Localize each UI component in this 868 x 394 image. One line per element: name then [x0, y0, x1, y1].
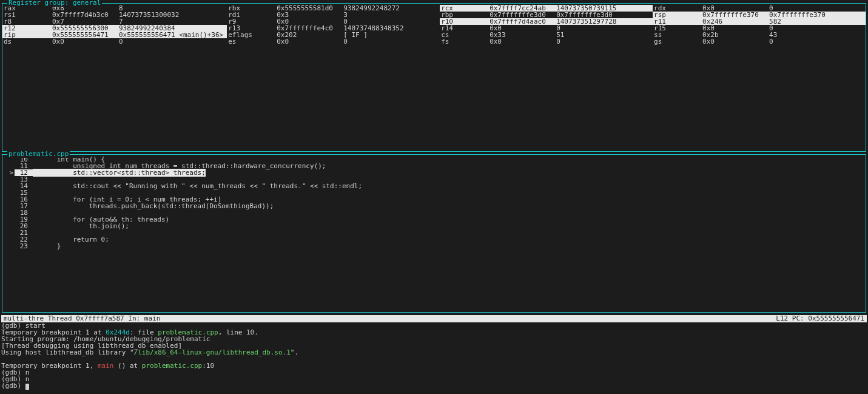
register-rbx: rbx0x5555555581d093824992248272 — [227, 5, 440, 12]
registers-grid: rax0x88rbx0x5555555581d093824992248272rc… — [2, 4, 866, 45]
source-line: 21 — [2, 229, 866, 236]
source-line: 23 } — [2, 243, 866, 250]
register-fs: fs0x00 — [440, 38, 653, 45]
register-es: es0x00 — [227, 38, 440, 45]
source-line: >12 std::vector<std::thread> threads; — [2, 169, 866, 176]
source-line: 22 return 0; — [2, 236, 866, 243]
register-r10: r100x7ffff7d4aac0140737351297728 — [440, 18, 653, 25]
register-rbp: rbp0x7fffffffe3d00x7fffffffe3d0 — [440, 12, 653, 18]
registers-title: Register group: general — [7, 0, 102, 7]
source-line: 14 std::cout << "Running with " << num_t… — [2, 183, 866, 189]
register-ss: ss0x2b43 — [653, 32, 866, 38]
source-panel: problematic.cpp 10 int main() {11 unsign… — [2, 154, 866, 313]
register-rsi: rsi0x7ffff7d4b3c0140737351300032 — [2, 12, 227, 18]
register-rsp: rsp0x7fffffffe3700x7fffffffe370 — [653, 12, 866, 18]
status-right: L12 PC: 0x555555556471 — [776, 315, 864, 322]
register-ds: ds0x00 — [2, 38, 227, 45]
console-line: (gdb) n — [1, 369, 867, 376]
gdb-console[interactable]: (gdb) startTemporary breakpoint 1 at 0x2… — [1, 322, 867, 389]
source-line: 19 for (auto&& th: threads) — [2, 216, 866, 223]
source-line: 17 threads.push_back(std::thread(DoSomth… — [2, 203, 866, 209]
register-r8: r80x77 — [2, 18, 227, 25]
register-r11: r110x246582 — [653, 18, 866, 25]
cursor — [25, 384, 29, 390]
console-line: (gdb) — [1, 382, 867, 389]
console-line: Temporary breakpoint 1, main () at probl… — [1, 362, 867, 369]
register-r13: r130x7fffffffe4c0140737488348352 — [227, 25, 440, 32]
register-rip: rip0x5555555564710x555555556471 <main()+… — [2, 32, 227, 38]
register-r9: r90x00 — [227, 18, 440, 25]
register-rcx: rcx0x7ffff7cc24ab140737350739115 — [440, 5, 653, 12]
register-gs: gs0x00 — [653, 38, 866, 45]
console-line: Using host libthread_db library "/lib/x8… — [1, 349, 867, 356]
status-bar: multi-thre Thread 0x7ffff7a587 In: main … — [1, 315, 867, 322]
register-r14: r140x00 — [440, 25, 653, 32]
register-r15: r150x00 — [653, 25, 866, 32]
register-cs: cs0x3351 — [440, 32, 653, 38]
registers-panel: Register group: general rax0x88rbx0x5555… — [2, 3, 866, 152]
source-title: problematic.cpp — [7, 151, 70, 158]
source-line: 20 th.join(); — [2, 223, 866, 229]
register-eflags: eflags0x202[ IF ] — [227, 32, 440, 38]
register-rdx: rdx0x00 — [653, 5, 866, 12]
source-lines: 10 int main() {11 unsigned int num_threa… — [2, 155, 866, 250]
register-rdi: rdi0x33 — [227, 12, 440, 18]
console-line: (gdb) n — [1, 376, 867, 382]
